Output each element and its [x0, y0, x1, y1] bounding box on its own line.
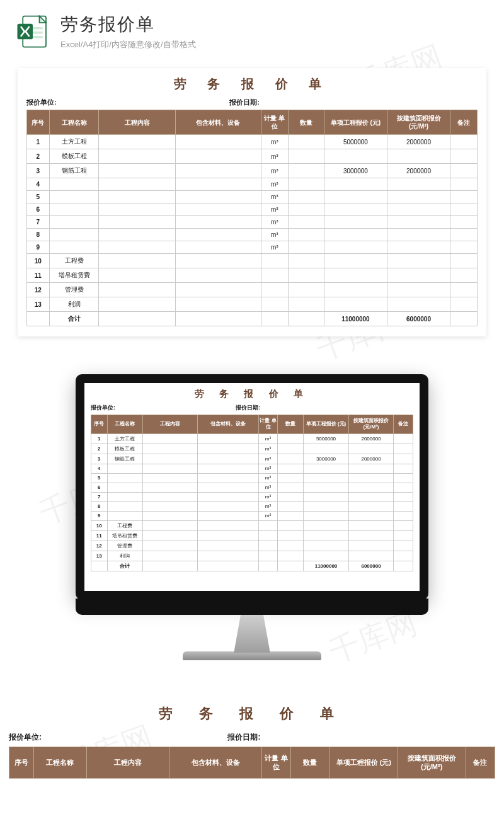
cell-no: 3: [91, 454, 108, 464]
cell-price1: [304, 530, 349, 541]
table-row: 7m³: [91, 492, 413, 501]
cell-qty: [278, 433, 304, 444]
cell-material: [175, 191, 261, 203]
col-material: 包含材料、设备: [175, 110, 261, 135]
col-name: 工程名称: [49, 110, 99, 135]
cell-qty: [288, 268, 324, 283]
cell-total-label: 合计: [107, 561, 142, 571]
sheet-meta: 报价单位: 报价日期:: [91, 404, 413, 412]
table-row: 7m³: [27, 216, 478, 229]
meta-date-label: 报价日期:: [229, 98, 478, 107]
cell-material: [197, 541, 258, 551]
cell-remark: [450, 297, 478, 312]
cell-qty: [278, 473, 304, 483]
cell-no: 12: [91, 541, 108, 551]
cell-unit: m³: [258, 444, 278, 454]
cell-name: 模板工程: [107, 444, 142, 454]
cell-content: [142, 454, 197, 464]
cell-material: [175, 203, 261, 216]
cell-remark: [394, 551, 413, 561]
cell-price1: [324, 268, 387, 283]
title-block: 劳务报价单 Excel/A4打印/内容随意修改/自带格式: [60, 13, 489, 50]
cell-name: [107, 464, 142, 473]
cell-no: 4: [27, 178, 50, 191]
cell-price2: [348, 501, 394, 511]
monitor-bezel: 劳 务 报 价 单 报价单位: 报价日期: 序号 工程名称 工程内容 包含材料、…: [76, 374, 428, 600]
cell-name: 模板工程: [49, 149, 99, 164]
cell-no: 1: [27, 135, 50, 149]
cell-qty: [278, 511, 304, 520]
sheet-title: 劳 务 报 价 单: [91, 388, 413, 400]
cell-qty: [278, 483, 304, 492]
col-unit: 计量 单位: [258, 415, 278, 434]
cell-qty: [288, 149, 324, 164]
cell-content: [142, 501, 197, 511]
cell-remark: [450, 216, 478, 229]
cell-unit: m³: [261, 216, 288, 229]
table-body-main: 1土方工程m³500000020000002模板工程m³3钢筋工程m³30000…: [27, 135, 478, 326]
table-head: 序号 工程名称 工程内容 包含材料、设备 计量 单位 数量 单项工程报价 (元)…: [27, 110, 478, 135]
cell-material: [175, 178, 261, 191]
cell-price1: 5000000: [304, 433, 349, 444]
cell-name: 土方工程: [49, 135, 99, 149]
cell-unit: [258, 520, 278, 530]
cell-content: [99, 191, 176, 203]
cell-price2: [387, 149, 450, 164]
cell-content: [142, 464, 197, 473]
cell-material: [197, 492, 258, 501]
quote-table: 序号 工程名称 工程内容 包含材料、设备 计量 单位 数量 单项工程报价 (元)…: [9, 747, 495, 779]
monitor-base: [183, 651, 321, 660]
cell-unit: m³: [258, 511, 278, 520]
meta-unit-label: 报价单位:: [26, 98, 229, 107]
cell-price1: [324, 229, 387, 241]
cell-content: [142, 530, 197, 541]
monitor-screen: 劳 务 报 价 单 报价单位: 报价日期: 序号 工程名称 工程内容 包含材料、…: [84, 383, 420, 591]
cell-price2: [348, 473, 394, 483]
col-no: 序号: [9, 747, 34, 779]
cell-name: [49, 178, 99, 191]
cell-qty: [278, 454, 304, 464]
cell-remark: [450, 178, 478, 191]
cell-no: 8: [91, 501, 108, 511]
cell-unit: m³: [258, 473, 278, 483]
cell-price2: 2000000: [348, 454, 394, 464]
cell-content: [99, 149, 176, 164]
cell-no: 2: [91, 444, 108, 454]
cell-unit: m³: [258, 464, 278, 473]
cell-no: 10: [27, 254, 50, 268]
cell-qty: [278, 444, 304, 454]
cell-qty: [278, 530, 304, 541]
table-row: 9m³: [27, 241, 478, 254]
cell-qty: [288, 178, 324, 191]
cell-content: [99, 268, 176, 283]
table-row: 2模板工程m³: [27, 149, 478, 164]
cell-price1: [324, 283, 387, 297]
cell-unit: m³: [261, 164, 288, 178]
cell-price2: [387, 178, 450, 191]
cell-content: [99, 283, 176, 297]
meta-date-label: 报价日期:: [227, 732, 495, 743]
sheet-meta: 报价单位: 报价日期:: [26, 98, 478, 107]
table-row: 11塔吊租赁费: [91, 530, 413, 541]
col-price2: 按建筑面积报价 (元/M²): [398, 747, 466, 779]
cell-qty: [288, 164, 324, 178]
cell-price1: [324, 149, 387, 164]
cell-remark: [394, 520, 413, 530]
cell-qty: [278, 492, 304, 501]
cell-price1: [324, 178, 387, 191]
header: 劳务报价单 Excel/A4打印/内容随意修改/自带格式: [0, 0, 504, 55]
cell-name: 工程费: [107, 520, 142, 530]
cell-name: [49, 191, 99, 203]
cell-material: [197, 520, 258, 530]
cell-remark: [394, 433, 413, 444]
cell-remark: [394, 501, 413, 511]
table-row: 3钢筋工程m³30000002000000: [27, 164, 478, 178]
cell-remark: [394, 454, 413, 464]
cell-name: [107, 473, 142, 483]
cell-no: [91, 561, 108, 571]
cell-qty: [288, 283, 324, 297]
preview-panel-main: 劳 务 报 价 单 报价单位: 报价日期: 序号 工程名称 工程内容 包含材料、…: [18, 68, 486, 336]
cell-name: [49, 216, 99, 229]
cell-content: [99, 178, 176, 191]
cell-unit: [261, 297, 288, 312]
